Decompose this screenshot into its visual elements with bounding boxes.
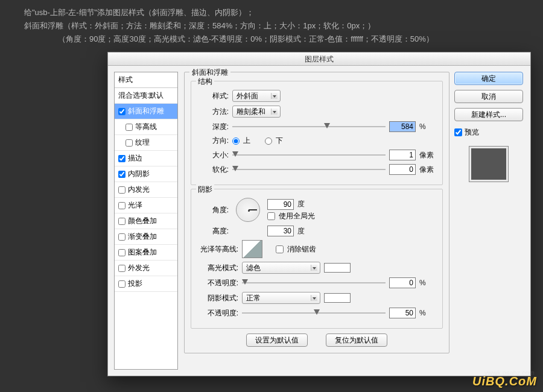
- method-select[interactable]: 雕刻柔和: [232, 106, 281, 118]
- angle-wheel[interactable]: [236, 198, 260, 222]
- pattern-overlay-checkbox[interactable]: [118, 249, 125, 256]
- sidebar-blend-options[interactable]: 混合选项:默认: [115, 88, 177, 104]
- contour-checkbox[interactable]: [125, 124, 133, 131]
- sidebar-item-satin[interactable]: 光泽: [115, 198, 177, 213]
- highlight-opacity-input[interactable]: [389, 277, 416, 288]
- texture-checkbox[interactable]: [125, 139, 133, 147]
- sidebar-item-gradient-overlay[interactable]: 渐变叠加: [115, 229, 177, 245]
- shadow-mode-select[interactable]: 正常: [242, 292, 320, 304]
- antialias-checkbox[interactable]: [276, 245, 284, 253]
- intro-line-1: 给"usb-上部-左-细节"添加图层样式（斜面浮雕、描边、内阴影）；: [24, 6, 519, 19]
- main-panel: 斜面和浮雕 结构 样式: 外斜面 方法: 雕刻柔和 深度:: [178, 66, 454, 376]
- gradient-overlay-checkbox[interactable]: [118, 233, 125, 241]
- sidebar-header[interactable]: 样式: [115, 72, 177, 88]
- global-light-checkbox[interactable]: [267, 212, 275, 220]
- dialog-title: 图层样式: [108, 52, 530, 66]
- intro-line-3: （角度：90度；高度30度；高光模式：滤色-不透明度：0%；阴影模式：正常-色值…: [58, 33, 519, 46]
- method-label: 方法:: [197, 107, 229, 117]
- make-default-button[interactable]: 设置为默认值: [246, 334, 308, 347]
- highlight-color-swatch[interactable]: [324, 263, 351, 273]
- size-label: 大小:: [197, 150, 229, 160]
- direction-down-label: 下: [276, 136, 283, 146]
- sidebar-item-pattern-overlay[interactable]: 图案叠加: [115, 245, 177, 261]
- highlight-opacity-unit: %: [419, 279, 436, 287]
- structure-title: 结构: [196, 77, 214, 87]
- satin-checkbox[interactable]: [118, 202, 125, 209]
- new-style-button[interactable]: 新建样式...: [454, 108, 523, 121]
- gloss-contour-picker[interactable]: [242, 240, 262, 258]
- soften-input[interactable]: [389, 164, 416, 175]
- direction-label: 方向:: [197, 136, 229, 146]
- bevel-emboss-checkbox[interactable]: [118, 108, 125, 115]
- preview-swatch: [469, 146, 509, 182]
- antialias-label: 消除锯齿: [287, 244, 316, 254]
- preview-checkbox[interactable]: [454, 128, 462, 136]
- inner-glow-checkbox[interactable]: [118, 186, 125, 194]
- global-light-label: 使用全局光: [279, 211, 315, 221]
- size-unit: 像素: [419, 150, 436, 160]
- direction-down-radio[interactable]: [265, 138, 272, 145]
- highlight-mode-label: 高光模式:: [197, 263, 238, 273]
- altitude-label: 高度:: [197, 226, 229, 236]
- highlight-opacity-slider[interactable]: [242, 279, 386, 287]
- style-label: 样式:: [197, 91, 229, 101]
- shadow-opacity-input[interactable]: [389, 308, 416, 318]
- shadow-opacity-slider[interactable]: [242, 309, 386, 317]
- cancel-button[interactable]: 取消: [454, 90, 523, 103]
- bevel-panel: 斜面和浮雕 结构 样式: 外斜面 方法: 雕刻柔和 深度:: [184, 72, 449, 353]
- depth-unit: %: [419, 122, 436, 131]
- size-input[interactable]: [389, 150, 416, 160]
- angle-input[interactable]: [267, 199, 294, 210]
- intro-line-2: 斜面和浮雕（样式：外斜面；方法：雕刻柔和；深度：584%；方向：上；大小：1px…: [24, 19, 519, 33]
- sidebar-item-contour[interactable]: 等高线: [115, 119, 177, 135]
- sidebar-item-inner-shadow[interactable]: 内阴影: [115, 166, 177, 182]
- shadow-opacity-unit: %: [419, 309, 436, 317]
- style-select[interactable]: 外斜面: [232, 90, 281, 102]
- sidebar-item-inner-glow[interactable]: 内发光: [115, 182, 177, 198]
- structure-group: 结构 样式: 外斜面 方法: 雕刻柔和 深度: %: [191, 81, 443, 185]
- layer-style-dialog: 图层样式 样式 混合选项:默认 斜面和浮雕 等高线 纹理 描边 内阴影 内发光 …: [107, 52, 531, 376]
- reset-default-button[interactable]: 复位为默认值: [326, 334, 387, 347]
- preview-label: 预览: [465, 127, 479, 138]
- sidebar-item-color-overlay[interactable]: 颜色叠加: [115, 213, 177, 229]
- depth-input[interactable]: [389, 121, 416, 132]
- ok-button[interactable]: 确定: [454, 72, 523, 85]
- sidebar-item-bevel[interactable]: 斜面和浮雕: [115, 104, 177, 119]
- shadow-color-swatch[interactable]: [324, 293, 351, 303]
- depth-label: 深度:: [197, 122, 229, 132]
- outer-glow-checkbox[interactable]: [118, 265, 125, 272]
- shadow-mode-label: 阴影模式:: [197, 293, 238, 303]
- inner-shadow-checkbox[interactable]: [118, 171, 125, 178]
- watermark: UiBQ.CoM: [472, 375, 537, 388]
- size-slider[interactable]: [232, 151, 386, 159]
- color-overlay-checkbox[interactable]: [118, 218, 125, 225]
- shadow-opacity-label: 不透明度:: [197, 308, 238, 318]
- direction-up-label: 上: [243, 136, 250, 146]
- sidebar-item-texture[interactable]: 纹理: [115, 135, 177, 151]
- right-panel: 确定 取消 新建样式... 预览: [454, 66, 530, 376]
- sidebar-item-drop-shadow[interactable]: 投影: [115, 276, 177, 292]
- angle-label: 角度:: [197, 205, 229, 215]
- sidebar-item-outer-glow[interactable]: 外发光: [115, 261, 177, 276]
- effects-sidebar: 样式 混合选项:默认 斜面和浮雕 等高线 纹理 描边 内阴影 内发光 光泽 颜色…: [114, 72, 178, 370]
- gloss-contour-label: 光泽等高线:: [197, 244, 238, 254]
- highlight-mode-select[interactable]: 滤色: [242, 262, 320, 274]
- stroke-checkbox[interactable]: [118, 155, 125, 162]
- altitude-input[interactable]: [267, 226, 294, 236]
- soften-label: 软化:: [197, 165, 229, 175]
- instruction-text: 给"usb-上部-左-细节"添加图层样式（斜面浮雕、描边、内阴影）； 斜面和浮雕…: [0, 0, 543, 46]
- drop-shadow-checkbox[interactable]: [118, 280, 125, 288]
- soften-unit: 像素: [419, 165, 436, 175]
- shading-group: 阴影 角度: 度 使用全局光: [191, 189, 443, 329]
- direction-up-radio[interactable]: [232, 138, 240, 145]
- highlight-opacity-label: 不透明度:: [197, 278, 238, 288]
- shading-title: 阴影: [196, 185, 214, 195]
- soften-slider[interactable]: [232, 165, 386, 174]
- altitude-unit: 度: [297, 226, 314, 236]
- depth-slider[interactable]: [232, 122, 386, 131]
- sidebar-item-stroke[interactable]: 描边: [115, 151, 177, 166]
- angle-unit: 度: [297, 199, 314, 209]
